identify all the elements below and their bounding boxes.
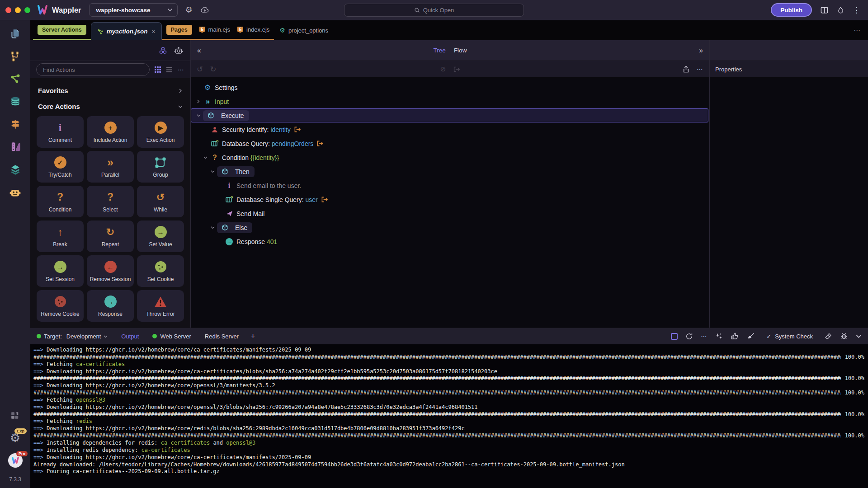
tree-row-condition[interactable]: ?Condition {{identity}} — [191, 150, 709, 164]
collapse-panel-chevron-icon[interactable] — [856, 334, 862, 338]
workflow-more-icon[interactable]: ⋯ — [697, 66, 703, 73]
tab-index-ejs[interactable]: 5 index.ejs — [237, 26, 269, 33]
action-card-remove-cookie[interactable]: Remove Cookie — [37, 290, 84, 322]
action-card-set-value[interactable]: → Set Value — [137, 221, 184, 252]
clean-broom-icon[interactable] — [746, 332, 755, 341]
disable-step-icon[interactable]: ⊘ — [440, 65, 446, 73]
tab-overflow-menu[interactable]: ⋯ — [854, 26, 868, 34]
publish-button[interactable]: Publish — [771, 3, 812, 17]
tree-row-database-query[interactable]: Database Query: pendingOrders — [191, 136, 709, 150]
workflows-schema-icon[interactable] — [159, 46, 167, 55]
pages-group-badge[interactable]: Pages — [166, 25, 192, 35]
core-actions-section-header[interactable]: Core Actions — [37, 99, 184, 114]
tree-row-security-identify[interactable]: Security Identify: identity — [191, 122, 709, 136]
tab-project-options[interactable]: ⚙ project_options — [274, 20, 334, 40]
list-view-icon[interactable] — [166, 67, 173, 73]
share-export-icon[interactable] — [682, 66, 690, 73]
action-card-exec-action[interactable]: ▶ Exec Action — [137, 116, 184, 148]
expander-chevron-icon[interactable] — [203, 155, 208, 160]
tree-row-send-mail[interactable]: Send Mail — [191, 206, 709, 221]
find-actions-input[interactable] — [36, 63, 150, 76]
tab-myaction-json[interactable]: myaction.json × — [91, 22, 162, 40]
cloud-download-button[interactable] — [200, 5, 210, 14]
terminal-output[interactable]: ==> Downloading https://ghcr.io/v2/homeb… — [30, 344, 868, 488]
action-card-comment[interactable]: i Comment — [37, 116, 84, 148]
action-card-set-session[interactable]: → Set Session — [37, 255, 84, 287]
tree-row-input[interactable]: »Input — [191, 94, 709, 108]
view-toggle-flow[interactable]: Flow — [454, 47, 467, 54]
action-card-remove-session[interactable]: ← Remove Session — [87, 255, 134, 287]
tab-main-ejs[interactable]: 5 main.ejs — [199, 26, 230, 33]
tree-row-send-email-to-the-user[interactable]: iSend email to the user. — [191, 178, 709, 192]
window-controls — [0, 7, 37, 13]
sidebar-item-ai-assistant[interactable] — [0, 181, 30, 203]
tree-row-database-single-query[interactable]: Database Single Query: user — [191, 192, 709, 206]
tree-row-then[interactable]: Then — [191, 164, 709, 178]
sidebar-item-experimental-settings[interactable]: ⚙ Exp — [0, 427, 30, 449]
export-step-icon[interactable] — [453, 66, 460, 72]
sidebar-item-routing[interactable] — [0, 113, 30, 136]
ai-robot-icon[interactable] — [174, 46, 183, 55]
tree-row-response[interactable]: →Response 401 — [191, 235, 709, 249]
panel-menu-icon[interactable]: ⋯ — [178, 66, 184, 73]
sidebar-item-extensions[interactable] — [0, 404, 30, 427]
sidebar-item-wappler-pro[interactable]: Pro — [0, 449, 30, 472]
target-selector[interactable]: Target: Development — [37, 333, 108, 340]
action-card-include-action[interactable]: + Include Action — [87, 116, 134, 148]
thumbs-up-icon[interactable] — [731, 332, 739, 340]
sidebar-item-server-actions[interactable] — [0, 68, 30, 90]
action-card-break[interactable]: ↑ Break — [37, 221, 84, 252]
close-window-button[interactable] — [5, 7, 11, 13]
close-tab-icon[interactable]: × — [152, 28, 156, 35]
system-check[interactable]: ✓ System Check — [766, 333, 813, 340]
view-toggle-tree[interactable]: Tree — [434, 47, 446, 54]
more-menu-button[interactable]: ⋮ — [853, 5, 861, 15]
action-card-repeat[interactable]: ↻ Repeat — [87, 221, 134, 252]
settings-gear-button[interactable]: ⚙ — [185, 5, 192, 15]
action-card-group[interactable]: Group — [137, 151, 184, 183]
grid-view-icon[interactable] — [155, 66, 161, 73]
sidebar-item-pages[interactable] — [0, 23, 30, 45]
action-card-throw-error[interactable]: Throw Error — [137, 290, 184, 322]
action-card-set-cookie[interactable]: Set Cookie — [137, 255, 184, 287]
quick-open-search[interactable]: Quick Open — [344, 4, 524, 17]
sidebar-item-database[interactable] — [0, 90, 30, 113]
expander-chevron-icon[interactable] — [211, 225, 215, 230]
refresh-icon[interactable] — [685, 333, 693, 340]
bug-debug-icon[interactable] — [840, 332, 848, 340]
theme-drop-button[interactable] — [837, 6, 844, 14]
maximize-window-button[interactable] — [24, 7, 30, 13]
split-view-button[interactable] — [820, 6, 829, 14]
minimize-window-button[interactable] — [15, 7, 21, 13]
expander-chevron-icon[interactable] — [211, 169, 215, 174]
collapse-left-icon[interactable]: « — [197, 47, 201, 55]
sidebar-item-layers[interactable] — [0, 158, 30, 181]
eraser-icon[interactable] — [824, 332, 832, 340]
sidebar-item-git[interactable] — [0, 45, 30, 68]
expander-chevron-icon[interactable] — [197, 113, 201, 117]
terminal-more-icon[interactable]: ⋯ — [701, 333, 707, 340]
add-terminal-button[interactable]: + — [250, 331, 255, 341]
expander-chevron-icon[interactable] — [196, 99, 200, 103]
tree-row-settings[interactable]: ⚙Settings — [191, 80, 709, 94]
action-card-parallel[interactable]: » Parallel — [87, 151, 134, 183]
bottom-tab-web-server[interactable]: Web Server — [152, 333, 191, 340]
action-card-try-catch[interactable]: ✓ Try/Catch — [37, 151, 84, 183]
favorites-section-header[interactable]: Favorites — [37, 83, 184, 99]
redo-icon[interactable]: ↻ — [210, 65, 216, 74]
collapse-right-icon[interactable]: » — [699, 47, 703, 55]
action-card-condition[interactable]: ? Condition — [37, 186, 84, 217]
server-actions-group-badge[interactable]: Server Actions — [38, 25, 86, 35]
bottom-tab-redis-server[interactable]: Redis Server — [205, 333, 239, 340]
sparkles-ai-icon[interactable] — [715, 332, 723, 340]
bottom-tab-output[interactable]: Output — [121, 333, 139, 340]
sidebar-item-styles[interactable] — [0, 136, 30, 158]
tree-row-execute[interactable]: Execute — [191, 108, 708, 122]
tree-row-else[interactable]: Else — [191, 221, 709, 235]
undo-icon[interactable]: ↺ — [197, 65, 203, 74]
stop-button[interactable] — [671, 333, 678, 340]
action-card-select[interactable]: ? Select — [87, 186, 134, 217]
project-selector[interactable]: wappler-showcase — [89, 3, 178, 17]
action-card-response[interactable]: → Response — [87, 290, 134, 322]
action-card-while[interactable]: ↺ While — [137, 186, 184, 217]
